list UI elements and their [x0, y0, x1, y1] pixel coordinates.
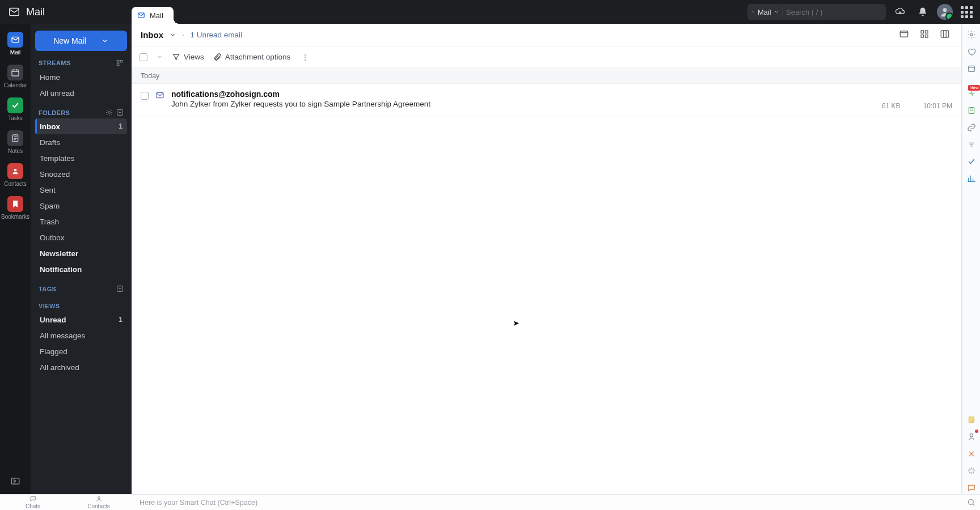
views-filter[interactable]: Views — [172, 53, 204, 61]
search-box[interactable]: Mail — [747, 4, 886, 20]
brand: Mail — [0, 6, 132, 18]
tab-strip: Mail — [132, 0, 174, 24]
check-widget-icon[interactable] — [965, 155, 978, 168]
view-flagged[interactable]: Flagged — [35, 343, 127, 359]
rail-tasks[interactable]: Tasks — [2, 94, 28, 125]
plus-icon[interactable] — [116, 285, 124, 292]
plugin-icon[interactable]: New — [965, 87, 978, 100]
new-mail-button[interactable]: New Mail — [35, 31, 127, 51]
rail-notes[interactable]: Notes — [2, 127, 28, 158]
rail-label: Notes — [8, 148, 23, 154]
folders-header: FOLDERS — [35, 101, 127, 118]
calendar-widget-icon[interactable] — [965, 62, 978, 75]
new-mail-label: New Mail — [53, 36, 86, 45]
attachment-options[interactable]: Attachment options — [213, 53, 291, 61]
rail-bookmarks[interactable]: Bookmarks — [2, 193, 28, 223]
view-all-archived[interactable]: All archived — [35, 359, 127, 375]
bottom-tab-chats[interactable]: Chats — [0, 495, 66, 509]
toolbar-label: Views — [184, 53, 204, 61]
folder-trash[interactable]: Trash — [35, 214, 127, 230]
search-scope[interactable]: Mail — [758, 8, 779, 16]
heart-icon[interactable] — [965, 45, 978, 58]
notification-dot-icon — [975, 430, 978, 433]
grid-view-icon[interactable] — [917, 27, 932, 44]
rail-label: Contacts — [4, 181, 26, 187]
view-all-messages[interactable]: All messages — [35, 328, 127, 343]
streams-settings-icon[interactable] — [116, 59, 124, 67]
rail-contacts[interactable]: Contacts — [2, 160, 28, 190]
tab-mail[interactable]: Mail — [132, 7, 174, 24]
apps-grid-icon[interactable] — [958, 4, 974, 20]
stream-all-unread[interactable]: All unread — [35, 85, 127, 101]
svg-point-25 — [970, 434, 973, 437]
chevron-down-icon[interactable] — [169, 31, 176, 39]
plus-icon[interactable] — [116, 109, 124, 116]
tags-header: TAGS — [35, 277, 127, 295]
rail-mail[interactable]: Mail — [2, 28, 28, 59]
unread-summary[interactable]: 1 Unread email — [190, 31, 242, 39]
folder-inbox[interactable]: Inbox 1 — [35, 118, 127, 134]
folder-snoozed[interactable]: Snoozed — [35, 166, 127, 182]
message-summary: notifications@zohosign.com John Zylker f… — [171, 90, 875, 108]
sidebar-item-label: All unread — [40, 89, 74, 97]
collapse-rail-icon[interactable] — [10, 476, 20, 488]
bottom-tab-contacts[interactable]: Contacts — [66, 495, 132, 509]
svg-point-27 — [968, 500, 973, 505]
group-label: Today — [141, 72, 159, 80]
sticky-note-icon[interactable] — [965, 414, 978, 426]
rail-calendar[interactable]: Calendar — [2, 61, 28, 92]
filter-icon — [172, 53, 180, 61]
svg-rect-19 — [926, 35, 928, 37]
message-from: notifications@zohosign.com — [171, 90, 875, 99]
bottom-tab-label: Chats — [26, 503, 40, 509]
smart-chat-hint[interactable]: Here is your Smart Chat (Ctrl+Space) — [132, 499, 962, 507]
folder-sent[interactable]: Sent — [35, 182, 127, 198]
svg-rect-9 — [117, 60, 119, 62]
sidebar-item-label: Spam — [40, 202, 60, 210]
sparkle-icon[interactable] — [965, 465, 978, 477]
message-row[interactable]: notifications@zohosign.com John Zylker f… — [132, 84, 961, 116]
mail-tab-icon — [137, 11, 145, 19]
stream-home[interactable]: Home — [35, 69, 127, 85]
sidebar: New Mail STREAMS Home All unread FOLDERS… — [31, 24, 132, 494]
message-size: 61 KB — [882, 102, 901, 110]
message-checkbox[interactable] — [141, 92, 149, 100]
svg-point-3 — [943, 8, 947, 12]
folder-outbox[interactable]: Outbox — [35, 230, 127, 245]
folder-templates[interactable]: Templates — [35, 150, 127, 166]
mouse-cursor-icon: ➤ — [513, 318, 519, 328]
select-all-checkbox[interactable] — [140, 53, 147, 61]
section-title: STREAMS — [39, 60, 71, 66]
view-unread[interactable]: Unread 1 — [35, 312, 127, 328]
reading-pane-icon[interactable] — [897, 27, 911, 44]
folder-spam[interactable]: Spam — [35, 198, 127, 214]
gear-icon[interactable] — [965, 28, 978, 41]
svg-rect-10 — [120, 60, 122, 62]
unread-count: 1 — [119, 122, 122, 130]
chat-widget-icon[interactable] — [965, 482, 978, 494]
gear-icon[interactable] — [105, 109, 113, 116]
notes-widget-icon[interactable] — [965, 104, 978, 117]
zia-icon[interactable] — [965, 448, 978, 460]
column-view-icon[interactable] — [937, 27, 952, 44]
search-input[interactable] — [786, 8, 881, 16]
chart-widget-icon[interactable] — [965, 172, 978, 185]
link-widget-icon[interactable] — [965, 121, 978, 134]
bottom-search-icon[interactable] — [962, 498, 980, 507]
folder-drafts[interactable]: Drafts — [35, 134, 127, 150]
section-title: VIEWS — [39, 303, 60, 309]
cloud-sync-icon[interactable] — [892, 3, 909, 20]
toolbar-label: Attachment options — [225, 53, 291, 61]
chevron-down-icon[interactable] — [157, 54, 163, 60]
folder-notification[interactable]: Notification — [35, 261, 127, 277]
more-options-icon[interactable]: ⋮ — [299, 53, 311, 62]
avatar[interactable] — [937, 4, 953, 20]
assistant-icon[interactable] — [965, 431, 978, 443]
filter-widget-icon[interactable] — [965, 138, 978, 151]
sidebar-item-label: Trash — [40, 218, 59, 226]
bell-icon[interactable] — [914, 3, 931, 20]
top-bar: Mail Mail Mail — [0, 0, 980, 24]
person-icon — [7, 163, 23, 179]
folder-newsletter[interactable]: Newsletter — [35, 245, 127, 261]
rail-label: Bookmarks — [1, 214, 29, 220]
